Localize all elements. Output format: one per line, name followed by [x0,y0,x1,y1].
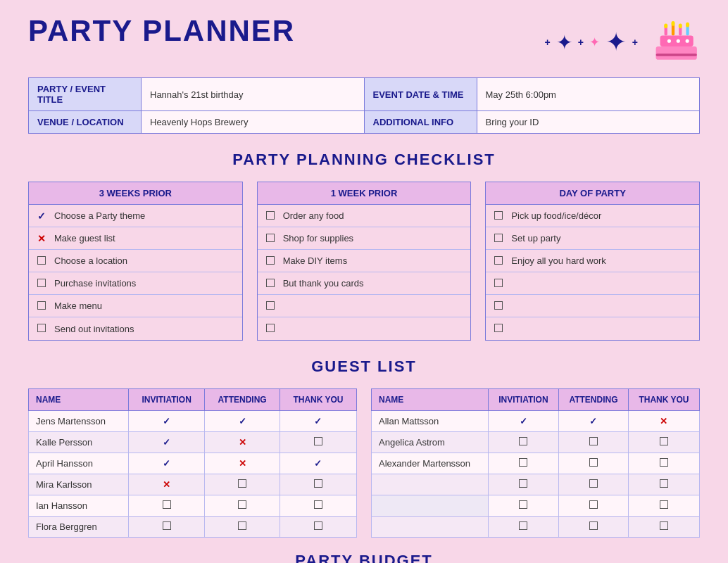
checkbox-icon[interactable] [589,500,598,509]
checkbox-icon[interactable] [589,458,598,467]
checklist-item[interactable]: Make DIY items [258,250,471,272]
guest-thank[interactable] [280,495,356,517]
checkbox-icon[interactable] [494,256,503,265]
guest-thank[interactable]: ✓ [280,411,356,432]
guest-att[interactable]: ✕ [205,453,280,474]
guest-att[interactable] [559,453,629,474]
checklist-item[interactable] [258,295,471,317]
checkbox-icon[interactable] [314,479,322,488]
guest-inv[interactable] [129,517,205,538]
checklist-item[interactable] [258,317,471,340]
guest-att[interactable] [559,474,629,495]
checkbox-icon[interactable] [589,479,598,488]
guest-thank[interactable] [628,432,699,453]
checkbox-icon[interactable] [314,500,322,509]
guest-table-header: THANK YOU [280,389,356,411]
checkbox-icon[interactable] [494,211,503,220]
checkbox-icon[interactable] [266,301,275,310]
checkbox-icon[interactable] [519,479,527,488]
checklist-item[interactable]: Set up party [486,227,699,250]
guest-att[interactable]: ✓ [559,411,629,432]
budget-title: PARTY BUDGET [28,552,700,563]
checklist-item[interactable] [486,272,699,295]
guest-thank[interactable] [628,495,699,517]
checkbox-icon[interactable] [163,500,171,509]
guest-thank[interactable] [280,432,356,453]
guest-thank[interactable] [628,474,699,495]
checklist-item[interactable]: Enjoy all you hard work [486,250,699,272]
checklist-item[interactable] [486,317,699,340]
checkbox-icon[interactable] [314,521,322,530]
guest-inv[interactable]: ✓ [488,411,558,432]
checkbox-icon[interactable] [37,279,46,287]
guest-inv[interactable]: ✓ [129,411,205,432]
guest-inv[interactable] [488,432,558,453]
checkbox-icon[interactable] [238,521,246,530]
check-symbol [265,255,276,267]
guest-thank[interactable]: ✓ [280,453,356,474]
checkbox-icon[interactable] [266,256,275,265]
checkbox-icon[interactable] [37,301,46,310]
checklist-item[interactable]: Choose a location [29,250,242,272]
checkbox-icon[interactable] [519,458,527,467]
checklist-item[interactable]: Make menu [29,295,242,317]
guest-att[interactable]: ✓ [205,411,280,432]
checkbox-icon[interactable] [37,324,46,332]
guest-att[interactable] [559,495,629,517]
checklist-item[interactable]: Purchase invitations [29,272,242,295]
checkbox-icon[interactable] [660,458,668,467]
guest-thank[interactable] [280,517,356,538]
checkbox-icon[interactable] [266,279,275,287]
checkbox-icon[interactable] [519,521,527,530]
checklist-item[interactable]: ✕Make guest list [29,227,242,250]
guest-thank[interactable] [280,474,356,495]
checkbox-icon[interactable] [589,521,598,530]
checkbox-icon[interactable] [163,521,171,530]
checklist-item[interactable] [486,295,699,317]
guest-att[interactable] [559,432,629,453]
checkbox-icon[interactable] [660,437,668,445]
checkbox-icon[interactable] [494,279,503,287]
checkbox-icon[interactable] [266,234,275,242]
checkbox-icon[interactable] [266,324,275,332]
guest-inv[interactable]: ✕ [129,474,205,495]
checkbox-icon[interactable] [519,500,527,509]
guest-thank[interactable] [628,517,699,538]
guest-thank[interactable] [628,453,699,474]
checkbox-icon[interactable] [238,479,246,488]
checkbox-icon[interactable] [266,211,275,220]
checklist-item[interactable]: ✓Choose a Party theme [29,205,242,227]
guest-inv[interactable] [488,495,558,517]
guest-inv[interactable] [129,495,205,517]
info-row-1: PARTY / EVENT TITLE Hannah's 21st birthd… [29,78,700,111]
checklist-item[interactable]: Pick up food/ice/décor [486,205,699,227]
guest-inv[interactable] [488,517,558,538]
checkbox-icon[interactable] [494,234,503,242]
guest-att[interactable] [205,495,280,517]
checkbox-icon[interactable] [660,479,668,488]
guest-att[interactable] [559,517,629,538]
venue-value: Heavenly Hops Brewery [142,111,365,134]
checkbox-icon[interactable] [314,437,322,445]
guest-inv[interactable]: ✓ [129,432,205,453]
checklist-item[interactable]: Shop for supplies [258,227,471,250]
guest-att[interactable] [205,517,280,538]
checkbox-icon[interactable] [238,500,246,509]
checkbox-icon[interactable] [494,301,503,310]
checkbox-icon[interactable] [37,256,46,265]
guest-inv[interactable] [488,453,558,474]
checkbox-icon[interactable] [589,437,598,445]
checkbox-icon[interactable] [494,324,503,332]
checkmark-icon: ✓ [239,416,246,426]
guest-inv[interactable]: ✓ [129,453,205,474]
checklist-item[interactable]: But thank you cards [258,272,471,295]
guest-att[interactable] [205,474,280,495]
guest-thank[interactable]: ✕ [628,411,699,432]
checklist-item[interactable]: Send out invitations [29,317,242,340]
guest-inv[interactable] [488,474,558,495]
guest-att[interactable]: ✕ [205,432,280,453]
checkbox-icon[interactable] [519,437,527,445]
checklist-item[interactable]: Order any food [258,205,471,227]
checkbox-icon[interactable] [660,521,668,530]
checkbox-icon[interactable] [660,500,668,509]
